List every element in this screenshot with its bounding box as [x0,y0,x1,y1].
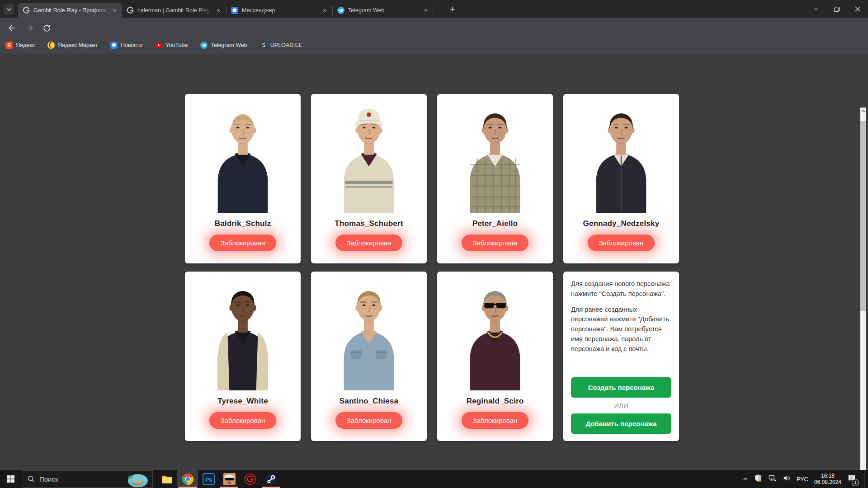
close-window-button[interactable] [847,0,868,18]
forward-button[interactable] [24,22,35,34]
or-label: ИЛИ [571,402,671,409]
character-card: Tyrese_White Заблокирован [185,272,301,441]
file-explorer-taskbar-button[interactable] [156,470,177,488]
info-paragraph-2: Для ранее созданных персонажей нажмите "… [571,305,671,354]
tab-title: Telegram Web [348,7,420,14]
chrome-taskbar-button[interactable] [177,470,198,488]
tab-close-icon[interactable]: × [422,6,430,14]
language-indicator[interactable]: РУС [797,476,808,483]
notification-center-icon[interactable]: 1 [847,474,856,484]
volume-icon[interactable] [783,474,791,484]
bookmark-label: YouTube [165,42,188,48]
character-grid: Baldrik_Schulz Заблокирован Thomas_Schub… [185,94,679,441]
news-icon [110,42,118,49]
info-paragraph-1: Для создания нового персонажа нажмите "С… [571,279,671,299]
notification-badge: 1 [852,479,859,486]
steam-taskbar-button[interactable] [260,470,281,488]
character-portrait [459,106,531,213]
tab-close-icon[interactable]: × [214,6,222,14]
reload-icon [42,24,51,33]
character-name: Reginald_Sciro [467,397,524,406]
add-character-button[interactable]: Добавить персонажа [571,413,671,434]
window-controls [806,0,868,18]
character-status-button[interactable]: Заблокирован [462,412,529,429]
character-card: Gennady_Nedzelsky Заблокирован [563,94,679,263]
start-button[interactable] [0,470,22,488]
info-panel: Для создания нового персонажа нажмите "С… [563,272,679,441]
restore-button[interactable] [826,0,847,18]
new-tab-button[interactable]: + [447,4,458,15]
character-status-button[interactable]: Заблокирован [335,235,403,251]
search-placeholder: Поиск [39,475,58,483]
windows-logo-icon [7,475,14,483]
character-status-button[interactable]: Заблокирован [209,235,277,251]
network-icon[interactable] [768,474,777,484]
tab-separator [434,6,434,15]
youtube-icon [155,42,162,49]
clock-time: 16:18 [814,473,841,479]
reload-button[interactable] [41,22,52,34]
taskbar: Поиск Ps РУС 16:18 06.08.2024 1 [0,470,868,488]
yandex-icon: Я [5,42,13,49]
character-portrait [207,106,278,213]
bookmark-item[interactable]: YouTube [155,42,188,49]
bookmark-item[interactable]: UPLOAD.EE [260,42,303,49]
tab-close-icon[interactable]: × [321,6,329,14]
scrollbar-thumb[interactable] [860,121,866,311]
tab-title: nalerman | Gambit Role Play - С [137,7,212,14]
create-character-button[interactable]: Создать персонажа [571,377,671,398]
tab-close-icon[interactable]: × [110,6,118,14]
scroll-up-button[interactable] [860,108,866,115]
gambit-launcher-taskbar-button[interactable] [240,470,260,488]
browser-tab-strip: Gambit Role Play - Профиль UC × nalerman… [0,0,868,18]
bookmark-item[interactable]: Новости [110,42,142,49]
character-status-button[interactable]: Заблокирован [335,412,403,429]
security-shield-icon[interactable] [754,474,762,484]
bookmark-item[interactable]: Telegram Web [200,42,247,49]
bookmark-label: Яндекс Маркет [58,42,98,48]
bookmark-item[interactable]: Яндекс Маркет [47,42,98,49]
gambit-favicon-icon [23,7,30,14]
character-status-button[interactable]: Заблокирован [588,235,655,251]
file-explorer-icon [161,473,173,485]
character-portrait [585,106,657,213]
bookmark-label: UPLOAD.EE [270,42,303,48]
page-scrollbar[interactable] [860,108,866,488]
bookmark-item[interactable]: Я Яндекс [5,42,35,49]
tray-chevron-up-icon[interactable] [743,475,748,483]
minimize-button[interactable] [806,0,826,18]
svg-text:Ps: Ps [205,476,212,483]
browser-tab[interactable]: Telegram Web × [333,3,434,18]
forward-arrow-icon [25,23,34,33]
character-card: Peter_Aiello Заблокирован [437,94,553,263]
browser-tab[interactable]: Gambit Role Play - Профиль UC × [18,3,122,18]
character-portrait [333,106,405,213]
search-daily-image[interactable] [124,472,150,488]
system-tray: РУС 16:18 06.08.2024 1 [743,470,868,488]
character-status-button[interactable]: Заблокирован [462,235,529,251]
back-button[interactable] [6,22,18,34]
taskbar-search[interactable]: Поиск [22,470,153,488]
page-content: Baldrik_Schulz Заблокирован Thomas_Schub… [0,54,868,470]
tab-search-button[interactable] [4,4,14,15]
character-card: Reginald_Sciro Заблокирован [437,272,553,441]
character-name: Peter_Aiello [472,219,518,228]
gambit-favicon-icon [127,7,134,14]
character-name: Tyrese_White [217,397,268,406]
chrome-icon [182,473,194,485]
bookmark-label: Новости [121,42,142,48]
taskbar-clock[interactable]: 16:18 06.08.2024 [814,473,841,485]
uploadee-icon [260,42,267,49]
browser-tab[interactable]: nalerman | Gambit Role Play - С × [122,3,226,18]
character-portrait [333,283,405,390]
gta-sa-taskbar-button[interactable] [219,470,240,488]
browser-toolbar: gambit-rp.ru/account/profile ⋮ [0,18,868,38]
browser-tab[interactable]: Мессенджер × [226,3,332,18]
back-arrow-icon [8,23,17,33]
photoshop-taskbar-button[interactable]: Ps [198,470,219,488]
character-status-button[interactable]: Заблокирован [209,412,277,429]
character-name: Gennady_Nedzelsky [583,219,660,228]
tab-title: Gambit Role Play - Профиль UC [33,7,108,14]
show-desktop-button[interactable] [864,470,864,488]
taskbar-apps: Ps [156,470,281,488]
